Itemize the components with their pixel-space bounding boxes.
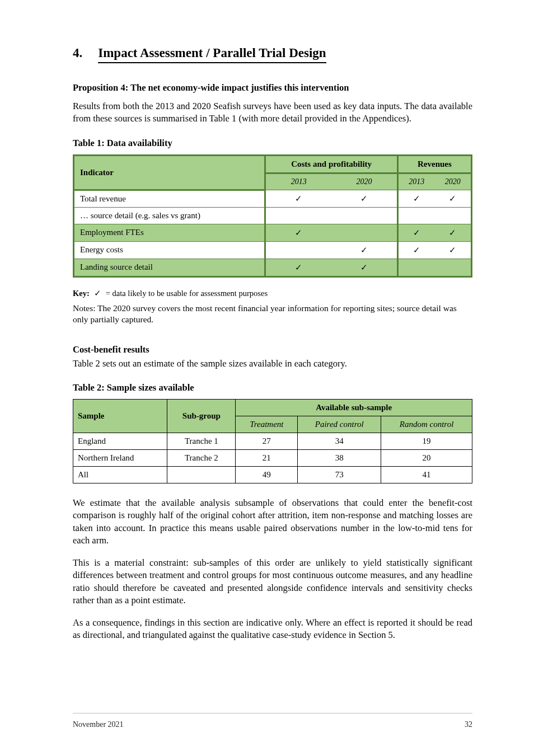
t1-header-indicator: Indicator — [74, 155, 265, 190]
t1-row-label: Landing source detail — [74, 259, 265, 276]
table-sample-sizes: Sample Sub-group Available sub-sample Tr… — [73, 399, 472, 483]
checkmark-icon: ✓ — [331, 259, 397, 276]
checkmark-icon: ✓ — [434, 241, 471, 259]
t1-row-label: Total revenue — [74, 190, 265, 207]
checkmark-icon: ✓ — [94, 289, 101, 298]
table-row: Employment FTEs ✓ ✓ ✓ — [74, 224, 472, 241]
checkmark-icon: ✓ — [331, 190, 397, 207]
body-paragraph: This is a material constraint: sub-sampl… — [73, 557, 472, 607]
checkmark-icon: ✓ — [397, 224, 434, 241]
body-paragraph: As a consequence, findings in this secti… — [73, 617, 472, 642]
table1-note: Notes: The 2020 survey covers the most r… — [73, 303, 472, 325]
t2-row-sub: Tranche 1 — [167, 433, 236, 450]
t2-header-available: Available sub-sample — [236, 400, 472, 416]
section-heading: 4. Impact Assessment / Parallel Trial De… — [73, 46, 472, 63]
t2-row-label: England — [73, 433, 167, 450]
t1-sub-2020b: 2020 — [434, 173, 471, 190]
checkmark-icon: ✓ — [265, 259, 331, 276]
t2-cell: 19 — [381, 433, 472, 450]
t2-cell: 38 — [298, 450, 381, 467]
table-row: England Tranche 1 27 34 19 — [73, 433, 472, 450]
t2-sub-random: Random control — [381, 416, 472, 433]
t1-header-revenues: Revenues — [397, 155, 471, 173]
t2-cell: 20 — [381, 450, 472, 467]
t1-row-label: Energy costs — [74, 241, 265, 259]
subheading-proposition: Proposition 4: The net economy-wide impa… — [73, 82, 472, 93]
checkmark-icon: ✓ — [331, 241, 397, 259]
t1-row-label: … source detail (e.g. sales vs grant) — [74, 207, 265, 224]
section2-intro: Table 2 sets out an estimate of the samp… — [73, 358, 472, 370]
t2-cell: 27 — [236, 433, 298, 450]
table-row: Energy costs ✓ ✓ ✓ — [74, 241, 472, 259]
t2-sub-treatment: Treatment — [236, 416, 298, 433]
checkmark-icon: ✓ — [434, 224, 471, 241]
t1-sub-2013b: 2013 — [397, 173, 434, 190]
table-row: Landing source detail ✓ ✓ — [74, 259, 472, 276]
t2-row-sub: Tranche 2 — [167, 450, 236, 467]
checkmark-icon: ✓ — [397, 241, 434, 259]
intro-paragraph: Results from both the 2013 and 2020 Seaf… — [73, 100, 472, 125]
checkmark-icon: ✓ — [397, 190, 434, 207]
heading-title: Impact Assessment / Parallel Trial Desig… — [98, 46, 326, 63]
t2-cell: 49 — [236, 467, 298, 483]
t2-header-subgroup: Sub-group — [167, 400, 236, 433]
table1-key: Key: ✓ = data likely to be usable for as… — [73, 289, 472, 298]
table-row: Total revenue ✓ ✓ ✓ ✓ — [74, 190, 472, 207]
t1-row-label: Employment FTEs — [74, 224, 265, 241]
table-row: … source detail (e.g. sales vs grant) — [74, 207, 472, 224]
t2-cell: 34 — [298, 433, 381, 450]
t2-row-label: Northern Ireland — [73, 450, 167, 467]
table-row: Northern Ireland Tranche 2 21 38 20 — [73, 450, 472, 467]
t2-header-sample: Sample — [73, 400, 167, 433]
t2-cell: 21 — [236, 450, 298, 467]
checkmark-icon: ✓ — [434, 190, 471, 207]
t1-sub-2020a: 2020 — [331, 173, 397, 190]
footer-divider — [73, 713, 472, 713]
t2-row-label: All — [73, 467, 167, 483]
t2-cell: 73 — [298, 467, 381, 483]
table2-caption: Table 2: Sample sizes available — [73, 382, 472, 393]
t1-sub-2013a: 2013 — [265, 173, 331, 190]
t2-cell: 41 — [381, 467, 472, 483]
table-row: All 49 73 41 — [73, 467, 472, 483]
page-footer: November 2021 32 — [73, 720, 472, 729]
subheading-cost-benefit: Cost-benefit results — [73, 344, 472, 355]
checkmark-icon: ✓ — [265, 224, 331, 241]
heading-number: 4. — [73, 46, 82, 60]
t2-row-sub — [167, 467, 236, 483]
table-data-availability: Indicator Costs and profitability Revenu… — [73, 154, 472, 278]
page-number: 32 — [465, 720, 472, 729]
key-text: = data likely to be usable for assessmen… — [106, 289, 268, 298]
key-label: Key: — [73, 289, 90, 298]
table1-caption: Table 1: Data availability — [73, 138, 472, 149]
footer-date: November 2021 — [73, 720, 124, 729]
body-paragraph: We estimate that the available analysis … — [73, 497, 472, 547]
checkmark-icon: ✓ — [265, 190, 331, 207]
t1-header-costs: Costs and profitability — [265, 155, 397, 173]
t2-sub-paired: Paired control — [298, 416, 381, 433]
